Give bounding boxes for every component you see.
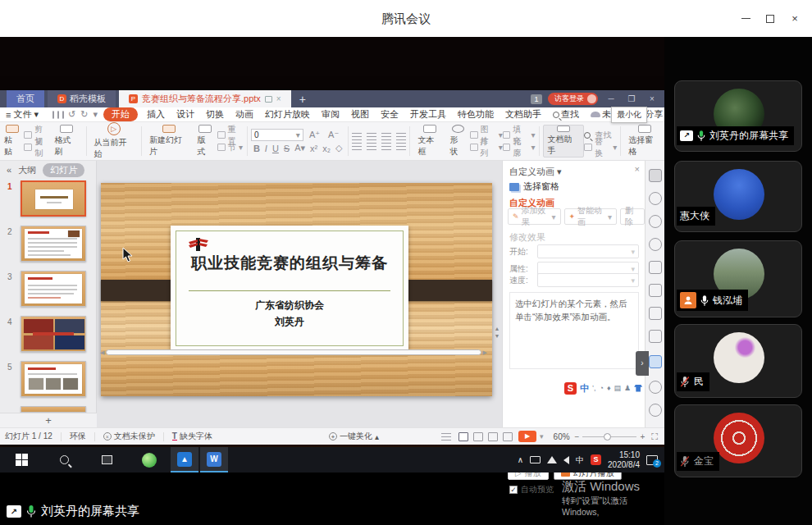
zoom-slider-knob[interactable] bbox=[604, 433, 611, 441]
arrange-button[interactable]: 排列 ▾ bbox=[470, 142, 503, 153]
slide-thumbnail-3[interactable]: 3 bbox=[0, 271, 97, 310]
slideshow-view-icon[interactable] bbox=[503, 432, 513, 441]
record-pane-icon[interactable] bbox=[649, 238, 662, 251]
zoom-level[interactable]: 60% bbox=[549, 432, 575, 441]
ribbon-tab-view[interactable]: 视图 bbox=[345, 108, 375, 121]
template-pane-icon[interactable] bbox=[649, 261, 662, 274]
settings-pane-icon[interactable] bbox=[649, 307, 662, 320]
selection-pane-link[interactable]: 选择窗格 bbox=[509, 180, 559, 193]
pin-tab-icon[interactable] bbox=[265, 96, 272, 103]
ribbon-tab-transition[interactable]: 切换 bbox=[200, 108, 230, 121]
ribbon-tab-security[interactable]: 安全 bbox=[375, 108, 404, 121]
beautify-button[interactable]: ✦一键美化 ▴ bbox=[324, 431, 384, 442]
print-icon[interactable] bbox=[57, 111, 59, 119]
minimize-button[interactable] bbox=[733, 0, 758, 37]
ribbon-tab-animation[interactable]: 动画 bbox=[230, 108, 259, 121]
ribbon-tab-devtools[interactable]: 开发工具 bbox=[404, 108, 452, 121]
wps-taskbar-button[interactable]: W bbox=[200, 447, 228, 472]
indent-increase-icon[interactable] bbox=[396, 133, 406, 140]
selection-pane-button[interactable]: 选择窗格 bbox=[624, 125, 664, 158]
increase-font-icon[interactable]: A⁺ bbox=[307, 130, 322, 140]
font-size-input[interactable]: 0▾ bbox=[251, 129, 303, 141]
sogou-tray-icon[interactable]: S bbox=[591, 454, 601, 465]
indent-decrease-icon[interactable] bbox=[381, 133, 391, 140]
slide-thumbnail-2[interactable]: 2 bbox=[0, 226, 97, 265]
help-pane-icon[interactable] bbox=[649, 381, 662, 394]
participant-tile-4[interactable]: 民 bbox=[674, 324, 802, 398]
sogou-logo-icon[interactable]: S bbox=[564, 382, 577, 395]
ime-person-icon[interactable]: ♟ bbox=[624, 384, 631, 392]
align-right-icon[interactable] bbox=[381, 143, 391, 150]
clear-format-button[interactable]: ◇ bbox=[333, 143, 344, 153]
task-view-button[interactable] bbox=[97, 450, 116, 470]
wps-document-tab[interactable]: P 竞赛组织与筹备流程分享.pptx × bbox=[119, 90, 291, 107]
align-center-icon[interactable] bbox=[367, 143, 376, 150]
taskbar-search-button[interactable] bbox=[54, 450, 74, 470]
font-color-button[interactable]: A▾ bbox=[292, 143, 308, 153]
reading-view-icon[interactable] bbox=[488, 432, 498, 441]
ime-mic-icon[interactable]: ♦ bbox=[607, 384, 611, 392]
slide-sorter-view-icon[interactable] bbox=[473, 432, 483, 441]
start-select[interactable]: ▾ bbox=[537, 244, 639, 258]
doc-unprotected-status[interactable]: ×文档未保护 bbox=[98, 431, 160, 442]
guest-login-button[interactable]: 访客登录 bbox=[548, 93, 598, 105]
zoom-slider[interactable] bbox=[582, 436, 636, 437]
antivirus-app-button[interactable] bbox=[139, 450, 159, 470]
file-menu[interactable]: ≡ 文件 ▾ bbox=[0, 108, 44, 121]
eco-mode-label[interactable]: 环保 bbox=[65, 431, 91, 442]
numbered-list-icon[interactable] bbox=[367, 133, 376, 140]
shape-pane-icon[interactable] bbox=[649, 215, 662, 228]
tray-expand-icon[interactable]: ∧ bbox=[518, 455, 523, 464]
taskbar-clock[interactable]: 15:10 2020/8/4 bbox=[608, 450, 640, 470]
participant-tile-2[interactable]: 惠大侠 bbox=[674, 161, 802, 232]
decrease-font-icon[interactable]: A⁻ bbox=[326, 130, 341, 140]
close-panel-icon[interactable]: × bbox=[635, 164, 640, 174]
superscript-button[interactable]: x² bbox=[308, 144, 320, 153]
align-left-icon[interactable] bbox=[352, 143, 362, 150]
close-tab-icon[interactable]: × bbox=[276, 94, 281, 103]
reset-button[interactable]: 重置 bbox=[217, 130, 244, 141]
more-commands-icon[interactable]: ▾ bbox=[90, 109, 100, 120]
scrollbar-thumb[interactable] bbox=[106, 349, 481, 355]
slideshow-play-button[interactable]: ▶ bbox=[518, 431, 536, 442]
fit-window-icon[interactable]: ⛶ bbox=[651, 431, 658, 442]
scroll-left-icon[interactable]: ◀ bbox=[100, 349, 104, 356]
speed-select[interactable]: ▾ bbox=[537, 273, 639, 287]
zoom-out-button[interactable]: − bbox=[575, 432, 580, 441]
italic-button[interactable]: I bbox=[262, 144, 270, 153]
new-slide-button[interactable]: 新建幻灯片 bbox=[145, 125, 194, 158]
wps-close-button[interactable]: × bbox=[645, 94, 659, 103]
wps-minimize-button[interactable]: ─ bbox=[604, 94, 618, 103]
strikethrough-button[interactable]: S bbox=[281, 144, 292, 153]
lamp-pane-icon[interactable] bbox=[649, 404, 662, 417]
slide-thumbnail-5[interactable]: 5 bbox=[0, 361, 97, 400]
slide-canvas[interactable]: 职业技能竞赛的组织与筹备 广东省纺织协会 刘英丹 ◀ ▶ ▲▼ bbox=[97, 161, 502, 427]
ime-clock-icon[interactable]: ◔ bbox=[600, 384, 604, 392]
participant-tile-5[interactable]: 金宝 bbox=[674, 404, 802, 477]
new-tab-button[interactable]: + bbox=[299, 93, 306, 106]
outline-tab[interactable]: 大纲 bbox=[18, 164, 36, 176]
ime-chinese-mode-icon[interactable]: 中 bbox=[580, 382, 589, 395]
smart-animation-button[interactable]: ✦智能动画 ▾ bbox=[564, 208, 618, 225]
ribbon-tab-design[interactable]: 设计 bbox=[171, 108, 200, 121]
normal-view-icon[interactable] bbox=[458, 432, 468, 441]
add-slide-button[interactable]: + bbox=[0, 413, 97, 427]
doc-helper-button[interactable]: 文档助手 bbox=[543, 125, 585, 158]
prev-next-slide-buttons[interactable]: ▲▼ bbox=[493, 325, 501, 349]
slide-1[interactable]: 职业技能竞赛的组织与筹备 广东省纺织协会 刘英丹 bbox=[101, 183, 492, 396]
speaker-icon[interactable] bbox=[563, 456, 569, 464]
participant-tile-1[interactable]: ↗ 刘英丹的屏幕共享 bbox=[674, 80, 802, 152]
missing-font-status[interactable]: T缺失字体 bbox=[167, 431, 217, 442]
textbox-button[interactable]: 文本框 bbox=[413, 125, 445, 158]
layout-button[interactable]: 版式 bbox=[194, 125, 217, 158]
scroll-right-icon[interactable]: ▶ bbox=[483, 349, 487, 356]
ime-skin-icon[interactable] bbox=[634, 385, 642, 392]
slide-title-card[interactable]: 职业技能竞赛的组织与筹备 广东省纺织协会 刘英丹 bbox=[171, 226, 408, 351]
ribbon-tab-review[interactable]: 审阅 bbox=[316, 108, 345, 121]
close-button[interactable]: × bbox=[782, 0, 807, 37]
skin-pane-icon[interactable] bbox=[649, 355, 662, 368]
ribbon-tab-slideshow[interactable]: 幻灯片放映 bbox=[259, 108, 316, 121]
auto-preview-checkbox[interactable]: ✓ 自动预览 bbox=[509, 484, 554, 495]
participant-tile-3[interactable]: 钱泓埔 bbox=[674, 240, 802, 317]
panel-collapse-handle[interactable]: › bbox=[636, 351, 649, 376]
